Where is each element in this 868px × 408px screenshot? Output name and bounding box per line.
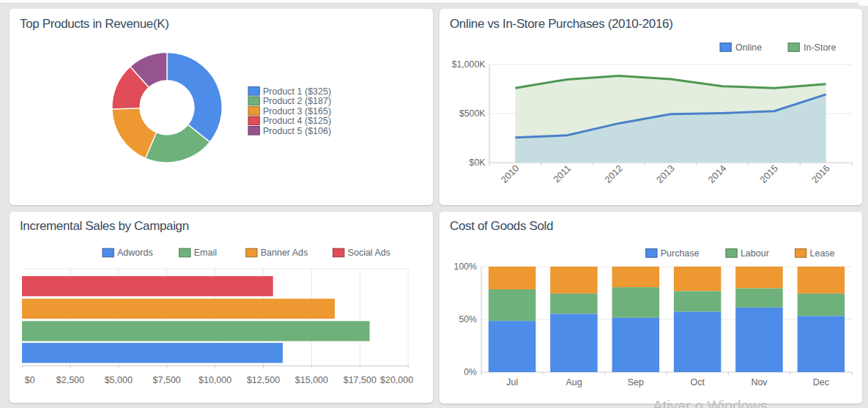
svg-text:Incremental Sales by Campaign: Incremental Sales by Campaign: [20, 219, 189, 233]
svg-text:$20,000: $20,000: [380, 375, 413, 385]
svg-text:Purchase: Purchase: [661, 248, 700, 259]
svg-text:2011: 2011: [551, 163, 573, 185]
svg-text:Labour: Labour: [741, 248, 769, 259]
svg-text:Product 5 ($106): Product 5 ($106): [263, 126, 331, 136]
svg-text:Dec: Dec: [813, 377, 829, 387]
svg-text:2015: 2015: [757, 163, 780, 185]
svg-text:$17,500: $17,500: [344, 375, 376, 385]
svg-text:2013: 2013: [654, 163, 677, 185]
svg-text:Banner Ads: Banner Ads: [261, 248, 308, 258]
svg-text:2014: 2014: [706, 163, 729, 185]
svg-text:Online: Online: [735, 42, 762, 53]
svg-text:$1,000K: $1,000K: [452, 59, 486, 70]
svg-text:In-Store: In-Store: [804, 42, 837, 53]
svg-text:Cost of Goods Sold: Cost of Goods Sold: [450, 219, 553, 233]
svg-text:Aug: Aug: [565, 377, 582, 387]
svg-text:Lease: Lease: [810, 248, 835, 259]
svg-text:Email: Email: [194, 248, 217, 258]
svg-text:Nov: Nov: [751, 377, 768, 387]
svg-text:Sep: Sep: [628, 377, 644, 387]
svg-text:Product 4 ($125): Product 4 ($125): [263, 116, 331, 126]
svg-text:Product 3 ($165): Product 3 ($165): [263, 106, 331, 116]
svg-text:$15,000: $15,000: [295, 375, 328, 385]
svg-text:Product 2 ($187): Product 2 ($187): [263, 96, 331, 106]
svg-text:Adwords: Adwords: [117, 248, 153, 258]
svg-text:100%: 100%: [454, 262, 478, 272]
svg-text:Social Ads: Social Ads: [348, 248, 390, 258]
svg-text:50%: 50%: [459, 314, 477, 324]
svg-text:Jul: Jul: [506, 377, 518, 387]
svg-text:Ativar o Windows: Ativar o Windows: [653, 398, 768, 408]
svg-text:2012: 2012: [602, 163, 625, 185]
svg-text:0%: 0%: [464, 367, 477, 377]
svg-text:$500K: $500K: [459, 108, 486, 119]
svg-text:$5,000: $5,000: [105, 375, 133, 385]
svg-text:2016: 2016: [809, 163, 832, 185]
svg-text:$2,500: $2,500: [56, 375, 84, 385]
svg-text:$0: $0: [25, 375, 35, 385]
svg-text:$10,000: $10,000: [199, 375, 231, 385]
svg-text:Oct: Oct: [690, 377, 705, 387]
svg-text:$7,500: $7,500: [153, 375, 181, 385]
svg-text:Online vs In-Store Purchases (: Online vs In-Store Purchases (2010-2016): [450, 17, 672, 31]
svg-text:$0K: $0K: [470, 157, 486, 168]
svg-text:2010: 2010: [499, 163, 522, 185]
svg-text:Product 1 ($325): Product 1 ($325): [263, 86, 331, 97]
svg-text:Top Products in Revenue(K): Top Products in Revenue(K): [20, 17, 169, 31]
svg-text:$12,500: $12,500: [247, 375, 280, 385]
